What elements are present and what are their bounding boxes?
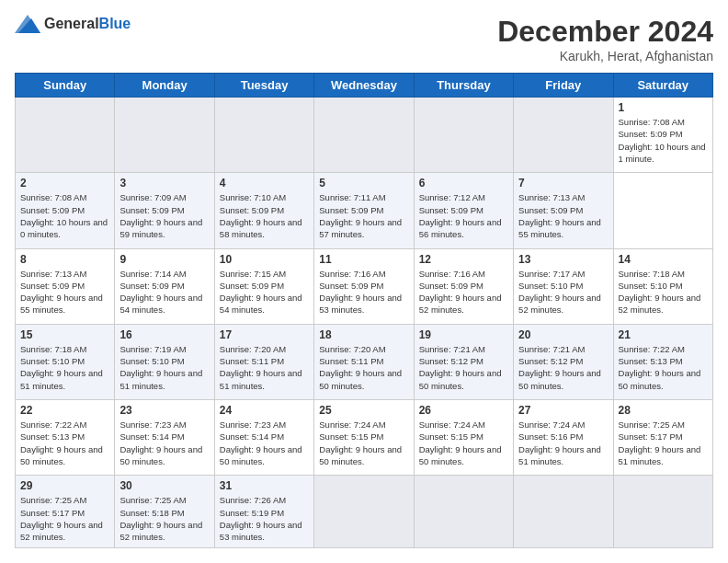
header: GeneralBlue December 2024 Karukh, Herat,…	[15, 15, 713, 63]
empty-cell	[414, 98, 513, 173]
calendar-week-6: 29Sunrise: 7:25 AMSunset: 5:17 PMDayligh…	[16, 476, 713, 548]
cell-text: Sunrise: 7:20 AMSunset: 5:11 PMDaylight:…	[220, 344, 302, 391]
cell-text: Sunrise: 7:24 AMSunset: 5:16 PMDaylight:…	[518, 419, 601, 466]
col-saturday: Saturday	[613, 74, 712, 98]
table-row: 9Sunrise: 7:14 AMSunset: 5:09 PMDaylight…	[115, 248, 214, 324]
month-title: December 2024	[497, 15, 713, 49]
day-number: 4	[220, 177, 309, 190]
cell-text: Sunrise: 7:08 AMSunset: 5:09 PMDaylight:…	[20, 192, 108, 239]
page: GeneralBlue December 2024 Karukh, Herat,…	[0, 0, 728, 563]
cell-text: Sunrise: 7:16 AMSunset: 5:09 PMDaylight:…	[419, 269, 502, 316]
cell-text: Sunrise: 7:18 AMSunset: 5:10 PMDaylight:…	[619, 269, 701, 316]
table-row: 27Sunrise: 7:24 AMSunset: 5:16 PMDayligh…	[514, 400, 613, 476]
table-row: 10Sunrise: 7:15 AMSunset: 5:09 PMDayligh…	[214, 248, 313, 324]
cell-text: Sunrise: 7:16 AMSunset: 5:09 PMDaylight:…	[319, 269, 402, 316]
day-number: 25	[319, 404, 408, 417]
day-number: 29	[20, 479, 109, 492]
cell-text: Sunrise: 7:25 AMSunset: 5:17 PMDaylight:…	[20, 495, 103, 542]
cell-text: Sunrise: 7:21 AMSunset: 5:12 PMDaylight:…	[419, 344, 502, 391]
day-number: 17	[220, 328, 309, 341]
day-number: 26	[419, 404, 508, 417]
cell-text: Sunrise: 7:19 AMSunset: 5:10 PMDaylight:…	[119, 344, 202, 391]
logo-general: General	[44, 16, 99, 31]
col-thursday: Thursday	[414, 74, 513, 98]
table-row: 6Sunrise: 7:12 AMSunset: 5:09 PMDaylight…	[414, 173, 513, 248]
calendar-header: Sunday Monday Tuesday Wednesday Thursday…	[16, 74, 713, 98]
cell-text: Sunrise: 7:13 AMSunset: 5:09 PMDaylight:…	[20, 269, 103, 316]
empty-cell	[613, 476, 712, 548]
empty-cell	[414, 476, 513, 548]
col-sunday: Sunday	[16, 74, 115, 98]
table-row: 20Sunrise: 7:21 AMSunset: 5:12 PMDayligh…	[514, 324, 613, 399]
day-number: 6	[419, 177, 508, 190]
day-number: 8	[20, 253, 109, 266]
day-number: 10	[220, 253, 309, 266]
day-number: 5	[319, 177, 408, 190]
location: Karukh, Herat, Afghanistan	[497, 49, 713, 63]
table-row: 13Sunrise: 7:17 AMSunset: 5:10 PMDayligh…	[514, 248, 613, 324]
day-number: 18	[319, 328, 408, 341]
cell-text: Sunrise: 7:15 AMSunset: 5:09 PMDaylight:…	[220, 269, 302, 316]
cell-text: Sunrise: 7:22 AMSunset: 5:13 PMDaylight:…	[20, 419, 103, 466]
cell-text: Sunrise: 7:23 AMSunset: 5:14 PMDaylight:…	[220, 419, 302, 466]
cell-text: Sunrise: 7:12 AMSunset: 5:09 PMDaylight:…	[419, 192, 502, 239]
cell-text: Sunrise: 7:24 AMSunset: 5:15 PMDaylight:…	[319, 419, 402, 466]
calendar-week-1: 1Sunrise: 7:08 AMSunset: 5:09 PMDaylight…	[16, 98, 713, 173]
table-row: 1Sunrise: 7:08 AMSunset: 5:09 PMDaylight…	[613, 98, 712, 173]
cell-text: Sunrise: 7:17 AMSunset: 5:10 PMDaylight:…	[518, 269, 601, 316]
table-row: 23Sunrise: 7:23 AMSunset: 5:14 PMDayligh…	[115, 400, 214, 476]
cell-text: Sunrise: 7:10 AMSunset: 5:09 PMDaylight:…	[220, 192, 302, 239]
day-number: 1	[619, 101, 708, 114]
cell-text: Sunrise: 7:18 AMSunset: 5:10 PMDaylight:…	[20, 344, 103, 391]
logo-blue: Blue	[99, 16, 131, 31]
day-number: 12	[419, 253, 508, 266]
col-monday: Monday	[115, 74, 214, 98]
header-row: Sunday Monday Tuesday Wednesday Thursday…	[16, 74, 713, 98]
table-row: 8Sunrise: 7:13 AMSunset: 5:09 PMDaylight…	[16, 248, 115, 324]
table-row: 24Sunrise: 7:23 AMSunset: 5:14 PMDayligh…	[214, 400, 313, 476]
day-number: 2	[20, 177, 109, 190]
table-row: 4Sunrise: 7:10 AMSunset: 5:09 PMDaylight…	[214, 173, 313, 248]
table-row: 19Sunrise: 7:21 AMSunset: 5:12 PMDayligh…	[414, 324, 513, 399]
table-row: 22Sunrise: 7:22 AMSunset: 5:13 PMDayligh…	[16, 400, 115, 476]
table-row: 17Sunrise: 7:20 AMSunset: 5:11 PMDayligh…	[214, 324, 313, 399]
cell-text: Sunrise: 7:20 AMSunset: 5:11 PMDaylight:…	[319, 344, 402, 391]
cell-text: Sunrise: 7:24 AMSunset: 5:15 PMDaylight:…	[419, 419, 502, 466]
empty-cell	[314, 98, 414, 173]
cell-text: Sunrise: 7:09 AMSunset: 5:09 PMDaylight:…	[119, 192, 202, 239]
day-number: 15	[20, 328, 109, 341]
title-block: December 2024 Karukh, Herat, Afghanistan	[497, 15, 713, 63]
table-row: 14Sunrise: 7:18 AMSunset: 5:10 PMDayligh…	[613, 248, 712, 324]
calendar-table: Sunday Monday Tuesday Wednesday Thursday…	[15, 73, 713, 548]
cell-text: Sunrise: 7:26 AMSunset: 5:19 PMDaylight:…	[220, 495, 302, 542]
col-tuesday: Tuesday	[214, 74, 313, 98]
calendar-week-5: 22Sunrise: 7:22 AMSunset: 5:13 PMDayligh…	[16, 400, 713, 476]
day-number: 11	[319, 253, 408, 266]
table-row: 12Sunrise: 7:16 AMSunset: 5:09 PMDayligh…	[414, 248, 513, 324]
table-row: 15Sunrise: 7:18 AMSunset: 5:10 PMDayligh…	[16, 324, 115, 399]
day-number: 19	[419, 328, 508, 341]
col-wednesday: Wednesday	[314, 74, 414, 98]
cell-text: Sunrise: 7:11 AMSunset: 5:09 PMDaylight:…	[319, 192, 402, 239]
cell-text: Sunrise: 7:25 AMSunset: 5:17 PMDaylight:…	[619, 419, 701, 466]
day-number: 9	[119, 253, 209, 266]
empty-cell	[115, 98, 214, 173]
cell-text: Sunrise: 7:21 AMSunset: 5:12 PMDaylight:…	[518, 344, 601, 391]
table-row: 31Sunrise: 7:26 AMSunset: 5:19 PMDayligh…	[214, 476, 313, 548]
calendar-week-2: 2Sunrise: 7:08 AMSunset: 5:09 PMDaylight…	[16, 173, 713, 248]
day-number: 30	[119, 479, 209, 492]
table-row: 26Sunrise: 7:24 AMSunset: 5:15 PMDayligh…	[414, 400, 513, 476]
day-number: 22	[20, 404, 109, 417]
day-number: 14	[619, 253, 708, 266]
empty-cell	[514, 98, 613, 173]
col-friday: Friday	[514, 74, 613, 98]
day-number: 7	[518, 177, 608, 190]
table-row: 16Sunrise: 7:19 AMSunset: 5:10 PMDayligh…	[115, 324, 214, 399]
table-row: 2Sunrise: 7:08 AMSunset: 5:09 PMDaylight…	[16, 173, 115, 248]
day-number: 3	[119, 177, 209, 190]
logo-icon	[15, 15, 40, 33]
table-row: 29Sunrise: 7:25 AMSunset: 5:17 PMDayligh…	[16, 476, 115, 548]
day-number: 16	[119, 328, 209, 341]
empty-cell	[16, 98, 115, 173]
cell-text: Sunrise: 7:25 AMSunset: 5:18 PMDaylight:…	[119, 495, 202, 542]
